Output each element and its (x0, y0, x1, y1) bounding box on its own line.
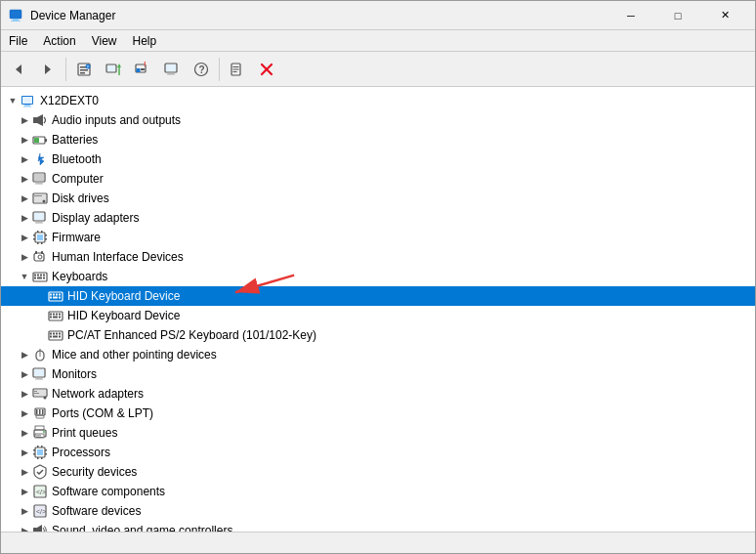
root-node[interactable]: ▼ X12DEXT0 (1, 91, 755, 110)
print-item[interactable]: ▶ Print queues (1, 423, 755, 443)
disk-item[interactable]: ▶ Disk drives (1, 189, 755, 208)
svg-rect-69 (40, 275, 42, 277)
menu-action[interactable]: Action (35, 30, 83, 51)
kbd3-item[interactable]: ▶ PC/AT Enhanced PS/2 Keyboard (101/102-… (1, 325, 755, 345)
svg-rect-20 (166, 64, 176, 71)
kbd2-item[interactable]: ▶ HID Keyboard Device (1, 306, 755, 325)
hid-item[interactable]: ▶ Human Interface Devices (1, 247, 755, 267)
keyboards-expand-icon[interactable]: ▼ (17, 269, 32, 284)
processors-item[interactable]: ▶ Processors (1, 443, 755, 462)
bluetooth-label: Bluetooth (52, 152, 102, 166)
computer-item[interactable]: ▶ Computer (1, 169, 755, 189)
device-tree[interactable]: ▼ X12DEXT0 ▶ (1, 87, 755, 532)
svg-rect-60 (45, 234, 47, 236)
sound-icon (32, 523, 48, 532)
software-comp-item[interactable]: ▶ </> Software components (1, 482, 755, 501)
audio-expand-icon[interactable]: ▶ (17, 112, 32, 128)
keyboards-item[interactable]: ▼ Keyboards (1, 267, 755, 286)
maximize-button[interactable]: □ (655, 1, 700, 30)
content-area: ▼ X12DEXT0 ▶ (1, 87, 755, 532)
monitors-expand-icon[interactable]: ▶ (17, 366, 32, 382)
network-expand-icon[interactable]: ▶ (17, 386, 32, 402)
svg-point-46 (43, 200, 46, 203)
computer-expand-icon[interactable]: ▶ (17, 171, 32, 187)
processors-expand-icon[interactable]: ▶ (17, 445, 32, 460)
ports-expand-icon[interactable]: ▶ (17, 405, 32, 421)
menu-file[interactable]: File (1, 30, 35, 51)
svg-rect-28 (233, 71, 237, 72)
svg-marker-138 (37, 525, 42, 532)
mice-expand-icon[interactable]: ▶ (17, 347, 32, 362)
svg-rect-56 (37, 242, 39, 244)
monitors-item[interactable]: ▶ Monitors (1, 364, 755, 384)
update-driver-button[interactable] (100, 56, 127, 83)
firmware-expand-icon[interactable]: ▶ (17, 230, 32, 245)
forward-button[interactable] (34, 56, 62, 83)
print-expand-icon[interactable]: ▶ (17, 425, 32, 441)
svg-rect-125 (37, 457, 39, 459)
svg-rect-34 (23, 107, 31, 107)
svg-rect-92 (53, 333, 55, 335)
toolbar-separator-1 (65, 58, 66, 81)
softwarecomp-expand-icon[interactable]: ▶ (17, 484, 32, 499)
network-item[interactable]: ▶ Network adapters (1, 384, 755, 404)
close-button[interactable]: ✕ (702, 1, 747, 30)
svg-rect-122 (37, 449, 43, 455)
hid-expand-icon[interactable]: ▶ (17, 249, 32, 265)
svg-rect-71 (34, 277, 36, 279)
software-dev-item[interactable]: ▶ </> Software devices (1, 501, 755, 521)
softwarecomp-icon: </> (32, 484, 48, 499)
kbd3-label: PC/AT Enhanced PS/2 Keyboard (101/102-Ke… (67, 328, 316, 342)
hid-label: Human Interface Devices (52, 250, 184, 264)
batteries-expand-icon[interactable]: ▶ (17, 132, 32, 148)
svg-rect-88 (53, 317, 58, 319)
scan-changes-button[interactable]: ! (129, 56, 156, 83)
svg-rect-128 (33, 453, 35, 455)
uninstall-button[interactable] (253, 56, 280, 83)
display-expand-icon[interactable]: ▶ (17, 210, 32, 226)
svg-rect-67 (34, 275, 36, 277)
sound-expand-icon[interactable]: ▶ (17, 523, 32, 532)
security-item[interactable]: ▶ Security devices (1, 462, 755, 482)
svg-rect-63 (35, 251, 37, 254)
back-button[interactable] (5, 56, 32, 83)
minimize-button[interactable]: ─ (609, 1, 653, 30)
svg-rect-54 (37, 231, 39, 233)
menu-help[interactable]: Help (125, 30, 165, 51)
disk-icon (32, 191, 48, 206)
audio-item[interactable]: ▶ Audio inputs and outputs (1, 110, 755, 130)
root-label: X12DEXT0 (40, 94, 99, 107)
svg-rect-109 (34, 393, 39, 394)
mice-item[interactable]: ▶ Mice and other pointing devices (1, 345, 755, 364)
svg-rect-81 (59, 297, 61, 299)
svg-rect-84 (53, 314, 55, 316)
disk-expand-icon[interactable]: ▶ (17, 191, 32, 206)
menu-view[interactable]: View (84, 30, 125, 51)
bluetooth-item[interactable]: ▶ Bluetooth (1, 149, 755, 169)
root-expand-icon[interactable]: ▼ (5, 93, 21, 108)
properties-button[interactable]: ? (70, 56, 98, 83)
svg-rect-70 (43, 275, 45, 277)
keyboards-label: Keyboards (52, 270, 107, 283)
ports-item[interactable]: ▶ Ports (COM & LPT) (1, 404, 755, 423)
bluetooth-expand-icon[interactable]: ▶ (17, 151, 32, 167)
softwaredev-icon: </> (32, 503, 48, 519)
security-expand-icon[interactable]: ▶ (17, 464, 32, 480)
properties2-button[interactable] (224, 56, 251, 83)
svg-rect-113 (42, 409, 44, 414)
batteries-item[interactable]: ▶ Batteries (1, 130, 755, 149)
svg-rect-75 (50, 294, 52, 296)
display-item[interactable]: ▶ Display adapters (1, 208, 755, 228)
help-button[interactable]: ? (188, 56, 215, 83)
softwaredev-expand-icon[interactable]: ▶ (17, 503, 32, 519)
svg-text:</>: </> (36, 508, 46, 515)
svg-rect-51 (35, 223, 43, 224)
svg-rect-61 (45, 238, 47, 240)
kbd1-icon (48, 288, 63, 304)
sound-item[interactable]: ▶ Sound, video and game controllers (1, 521, 755, 532)
svg-rect-85 (56, 314, 58, 316)
svg-rect-43 (35, 184, 43, 185)
computer-management-button[interactable] (158, 56, 186, 83)
kbd1-item[interactable]: ▶ HID Keyboard Device (1, 286, 755, 306)
firmware-item[interactable]: ▶ Firmware (1, 228, 755, 247)
